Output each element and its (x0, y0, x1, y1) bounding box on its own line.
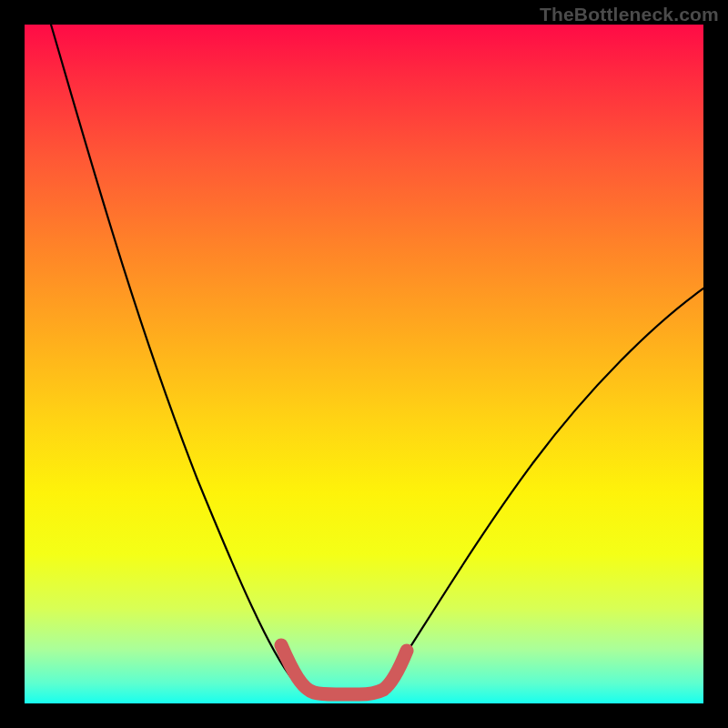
chart-frame: TheBottleneck.com (0, 0, 728, 728)
plot-area (25, 25, 703, 703)
curve-layer (25, 25, 703, 703)
optimal-range-highlight (281, 645, 407, 694)
bottleneck-curve (51, 25, 703, 696)
watermark-text: TheBottleneck.com (540, 4, 719, 25)
